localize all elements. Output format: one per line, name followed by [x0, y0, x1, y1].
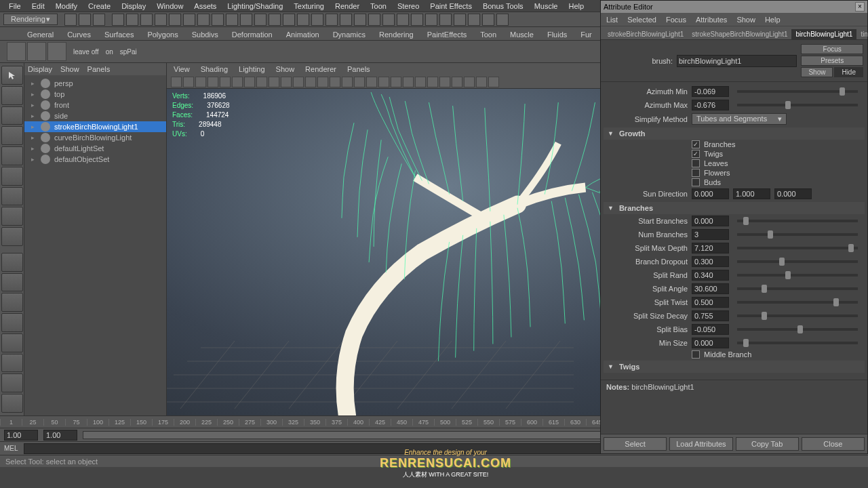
- timeline-tick[interactable]: 350: [304, 419, 326, 426]
- tab-rendering[interactable]: Rendering: [372, 29, 420, 40]
- view-out-icon[interactable]: [1, 313, 23, 332]
- tool-icon[interactable]: [397, 14, 409, 26]
- azimuth-max-input[interactable]: [692, 100, 729, 110]
- menu-texturing[interactable]: Texturing: [288, 2, 330, 10]
- menu-help[interactable]: Help: [563, 2, 589, 10]
- outliner-item[interactable]: ▸side: [24, 110, 166, 121]
- tool-icon[interactable]: [482, 14, 494, 26]
- num-branches-input[interactable]: [692, 229, 729, 240]
- vp-icon[interactable]: [403, 77, 414, 87]
- tab-surfaces[interactable]: Surfaces: [98, 29, 140, 40]
- timeline-tick[interactable]: 175: [152, 419, 174, 426]
- timeline-tick[interactable]: 550: [477, 419, 499, 426]
- select-tool-icon[interactable]: [1, 66, 23, 85]
- vp-icon[interactable]: [269, 77, 279, 87]
- view-misc-icon[interactable]: [1, 394, 23, 413]
- menu-lightingshading[interactable]: Lighting/Shading: [222, 2, 288, 10]
- paint-tool-icon[interactable]: [1, 106, 23, 125]
- view-script-icon[interactable]: [1, 373, 23, 392]
- view-graph-icon[interactable]: [1, 333, 23, 352]
- growth-section[interactable]: ▼Growth: [604, 127, 865, 140]
- timeline-tick[interactable]: 300: [260, 419, 282, 426]
- copy-tab-button[interactable]: Copy Tab: [736, 437, 799, 451]
- menu-painteffects[interactable]: Paint Effects: [425, 2, 477, 10]
- expand-icon[interactable]: ▸: [28, 80, 37, 87]
- attr-menu-show[interactable]: Show: [736, 16, 755, 24]
- attr-tab[interactable]: strokeShapeBirchBlowingLight1: [688, 29, 791, 39]
- tool-icon[interactable]: [340, 14, 352, 26]
- expand-icon[interactable]: ▸: [28, 123, 37, 130]
- tool-icon[interactable]: [112, 14, 124, 26]
- outliner-item[interactable]: ▸strokeBirchBlowingLight1: [24, 121, 166, 132]
- vp-icon[interactable]: [244, 77, 255, 87]
- azimuth-min-slider[interactable]: [737, 90, 858, 93]
- buds-checkbox[interactable]: [692, 178, 700, 186]
- split-max-depth-slider[interactable]: [737, 247, 858, 249]
- close-icon[interactable]: ×: [855, 2, 865, 12]
- tool-icon[interactable]: [468, 14, 480, 26]
- split-bias-input[interactable]: [692, 324, 729, 335]
- vp-icon[interactable]: [342, 77, 353, 87]
- notes-area[interactable]: Notes: birchBlowingLight1: [601, 380, 867, 434]
- vp-menu-panels[interactable]: Panels: [347, 65, 370, 73]
- menu-edit[interactable]: Edit: [26, 2, 50, 10]
- outliner-item[interactable]: ▸top: [24, 89, 166, 100]
- split-twist-input[interactable]: [692, 297, 729, 308]
- tool-icon[interactable]: [140, 14, 153, 26]
- start-branches-input[interactable]: [692, 216, 729, 226]
- expand-icon[interactable]: ▸: [28, 102, 37, 108]
- brush-name-input[interactable]: [677, 55, 797, 67]
- vp-icon[interactable]: [427, 77, 438, 87]
- vp-icon[interactable]: [464, 77, 475, 87]
- tool-icon[interactable]: [439, 14, 452, 26]
- tool-icon[interactable]: [240, 14, 252, 26]
- rotate-tool-icon[interactable]: [1, 146, 23, 165]
- timeline-tick[interactable]: 600: [521, 419, 542, 426]
- split-angle-slider[interactable]: [737, 287, 858, 290]
- vp-menu-shading[interactable]: Shading: [201, 65, 228, 73]
- tab-subdivs[interactable]: Subdivs: [185, 29, 225, 40]
- simplify-dropdown[interactable]: Tubes and Segments▾: [692, 113, 787, 125]
- split-size-decay-input[interactable]: [692, 310, 729, 321]
- attr-menu-selected[interactable]: Selected: [627, 16, 656, 24]
- tool-icon[interactable]: [283, 14, 295, 26]
- tab-polygons[interactable]: Polygons: [140, 29, 184, 40]
- attr-tab[interactable]: time1: [856, 29, 867, 39]
- vp-icon[interactable]: [415, 77, 426, 87]
- vp-icon[interactable]: [305, 77, 316, 87]
- attr-body[interactable]: Azimuth Min Azimuth Max Simplify MethodT…: [601, 82, 867, 380]
- timeline-tick[interactable]: 200: [174, 419, 195, 426]
- vp-icon[interactable]: [317, 77, 328, 87]
- vp-icon[interactable]: [183, 77, 194, 87]
- outliner-item[interactable]: ▸defaultObjectSet: [24, 154, 166, 165]
- outliner-list[interactable]: ▸persp▸top▸front▸side▸strokeBirchBlowing…: [24, 75, 166, 415]
- range-cur-input[interactable]: [43, 430, 77, 441]
- hide-button[interactable]: Hide: [834, 67, 863, 77]
- timeline-tick[interactable]: 500: [434, 419, 456, 426]
- tool-icon[interactable]: [183, 14, 195, 26]
- tab-fur[interactable]: Fur: [574, 29, 599, 40]
- timeline-tick[interactable]: 450: [391, 419, 412, 426]
- sun-y-input[interactable]: [733, 188, 770, 199]
- tool-icon[interactable]: [354, 14, 366, 26]
- tool-icon[interactable]: [496, 14, 509, 26]
- menu-window[interactable]: Window: [151, 2, 189, 10]
- vp-icon[interactable]: [330, 77, 340, 87]
- menu-muscle[interactable]: Muscle: [529, 2, 564, 10]
- tool-icon[interactable]: [297, 14, 309, 26]
- shelf-icon[interactable]: [7, 42, 26, 61]
- focus-button[interactable]: Focus: [801, 44, 863, 54]
- presets-button[interactable]: Presets: [801, 56, 863, 66]
- menu-assets[interactable]: Assets: [189, 2, 222, 10]
- flowers-checkbox[interactable]: [692, 169, 700, 177]
- timeline-tick[interactable]: 630: [564, 419, 586, 426]
- last-tool-icon[interactable]: [1, 227, 23, 246]
- soft-tool-icon[interactable]: [1, 207, 23, 226]
- outliner-item[interactable]: ▸front: [24, 100, 166, 110]
- vp-icon[interactable]: [378, 77, 389, 87]
- tool-icon[interactable]: [425, 14, 437, 26]
- timeline-tick[interactable]: 325: [282, 419, 304, 426]
- workspace-dropdown[interactable]: Rendering▾: [3, 14, 58, 25]
- tab-toon[interactable]: Toon: [473, 29, 503, 40]
- tab-fluids[interactable]: Fluids: [540, 29, 574, 40]
